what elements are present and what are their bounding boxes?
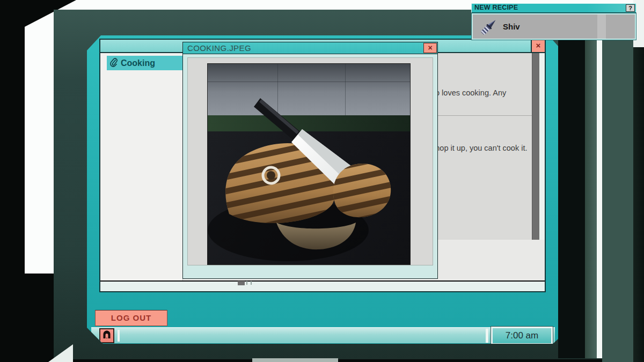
email-body-text-fragment: o loves cooking. Any xyxy=(435,88,506,97)
log-out-button[interactable]: LOG OUT xyxy=(95,310,167,326)
scrollbar-tick xyxy=(251,281,252,285)
clock: 7:00 am xyxy=(491,327,553,345)
new-recipe-notification-header: NEW RECIPE ? xyxy=(471,3,636,13)
bread-and-knife-illustration xyxy=(208,64,411,265)
horizontal-scrollbar[interactable] xyxy=(238,281,245,285)
email-window-close-button[interactable]: × xyxy=(531,40,545,52)
email-window-bottom-bar xyxy=(100,280,545,291)
recipe-item-name: Shiv xyxy=(503,14,520,39)
image-viewer-titlebar[interactable]: COOKING.JPEG xyxy=(183,42,437,54)
desktop: × Cooking o loves cooking. Any chop it u… xyxy=(87,35,558,344)
image-viewer-close-button[interactable]: × xyxy=(423,43,437,53)
scrollbar-tick xyxy=(246,281,247,285)
game-screen: × Cooking o loves cooking. Any chop it u… xyxy=(0,0,644,362)
background-bottom-left xyxy=(0,274,57,362)
new-recipe-item[interactable]: Shiv xyxy=(472,13,636,40)
vertical-scrollbar[interactable] xyxy=(532,53,539,240)
email-body-text-fragment: chop it up, you can't cook it. xyxy=(431,144,527,152)
monitor-bezel-right xyxy=(558,11,597,358)
image-viewer-content-frame xyxy=(187,57,433,265)
email-folder-pane: Cooking xyxy=(100,53,183,280)
scrollbar-track xyxy=(539,53,545,240)
taskbar: 7:00 am xyxy=(91,327,555,343)
monitor-bezel-bottom-highlight xyxy=(252,358,338,362)
email-tab-label: Cooking xyxy=(121,58,155,68)
new-recipe-title: NEW RECIPE xyxy=(472,4,636,12)
paperclip-icon xyxy=(109,57,119,69)
home-button[interactable] xyxy=(99,328,114,343)
knife-in-grilled-ham-photo xyxy=(207,63,411,265)
notification-highlight xyxy=(597,14,606,39)
taskbar-divider xyxy=(118,330,120,342)
image-viewer-title: COOKING.JPEG xyxy=(183,42,437,54)
email-item-cooking[interactable]: Cooking xyxy=(107,56,182,70)
image-viewer-window: COOKING.JPEG × xyxy=(182,42,438,279)
taskbar-divider xyxy=(486,329,488,343)
monitor-bezel-far-right xyxy=(602,5,644,362)
arch-home-icon xyxy=(101,329,112,342)
help-button[interactable]: ? xyxy=(626,4,635,12)
email-body-divider xyxy=(435,115,533,116)
monitor-glow-left xyxy=(25,0,57,276)
shiv-knife-icon xyxy=(478,17,499,38)
monitor-glow-right xyxy=(597,20,602,358)
